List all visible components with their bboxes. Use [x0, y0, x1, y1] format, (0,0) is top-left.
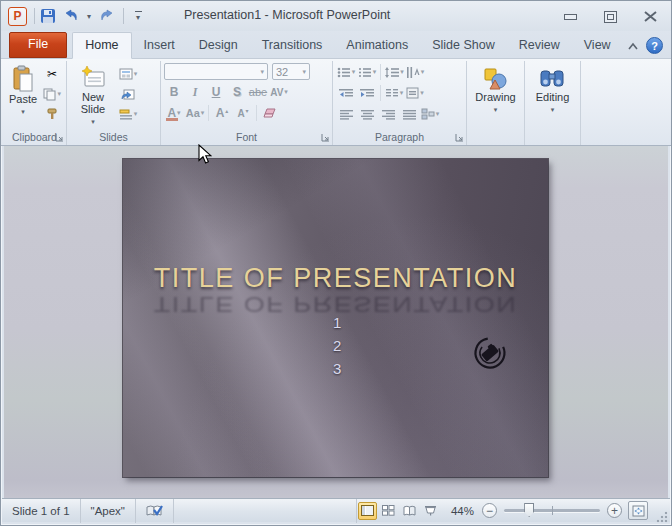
tab-design[interactable]: Design: [187, 33, 250, 58]
editing-button[interactable]: Editing ▾: [533, 63, 573, 130]
divider: [380, 85, 381, 101]
group-clipboard: Paste ▾ ✂ ▾: [3, 61, 67, 145]
align-right-button[interactable]: [378, 105, 398, 123]
reading-view-icon: [403, 505, 416, 516]
clear-formatting-button[interactable]: [260, 104, 280, 122]
tab-transitions[interactable]: Transitions: [250, 33, 335, 58]
bold-icon: B: [170, 85, 179, 99]
reset-icon: [121, 88, 135, 101]
help-button[interactable]: ?: [646, 37, 663, 54]
font-size-combobox[interactable]: 32 ▾: [272, 63, 310, 80]
fit-to-window-icon: [632, 505, 645, 517]
view-reading-button[interactable]: [400, 502, 419, 520]
theme-name[interactable]: "Apex": [81, 499, 136, 523]
chevron-down-icon: ▾: [551, 104, 555, 116]
tab-view[interactable]: View: [572, 33, 623, 58]
spell-check-button[interactable]: [136, 499, 174, 523]
tab-file[interactable]: File: [9, 32, 67, 58]
window-resize-grip[interactable]: [656, 511, 668, 523]
close-icon: [644, 11, 657, 22]
minimize-button[interactable]: [559, 9, 581, 24]
zoom-level[interactable]: 44%: [441, 505, 482, 517]
zoom-out-button[interactable]: −: [482, 503, 497, 518]
zoom-slider-midpoint: [552, 506, 553, 515]
view-slide-sorter-button[interactable]: [379, 502, 398, 520]
line-spacing-button[interactable]: ▾: [384, 63, 404, 81]
increase-font-size-button[interactable]: A ▴: [212, 104, 232, 122]
layout-button[interactable]: ▾: [118, 65, 138, 83]
text-shadow-button[interactable]: S: [227, 83, 247, 101]
character-spacing-button[interactable]: AV ▾: [269, 83, 289, 101]
new-slide-label: New Slide: [73, 91, 113, 115]
view-slide-show-button[interactable]: [421, 502, 440, 520]
tab-slide-show[interactable]: Slide Show: [420, 33, 507, 58]
reset-button[interactable]: [118, 85, 138, 103]
section-button[interactable]: ▾: [118, 105, 138, 123]
editing-label: Editing: [536, 91, 570, 103]
copy-icon: [43, 88, 56, 101]
zoom-in-button[interactable]: +: [607, 503, 622, 518]
numbering-button[interactable]: ▾: [357, 63, 377, 81]
tab-animations[interactable]: Animations: [334, 33, 420, 58]
increase-indent-button[interactable]: [357, 84, 377, 102]
clipboard-group-label: Clipboard: [12, 131, 57, 143]
chevron-down-icon: ▾: [494, 104, 498, 116]
font-name-combobox[interactable]: ▾: [164, 63, 268, 80]
clipboard-dialog-launcher[interactable]: [55, 133, 64, 142]
drawing-icon: [482, 65, 508, 91]
chevron-down-icon: ▾: [373, 68, 377, 76]
slide-title-text[interactable]: TITLE OF PRESENTATION: [123, 263, 548, 294]
convert-to-smartart-button[interactable]: ▾: [420, 105, 440, 123]
text-direction-button[interactable]: ▾: [405, 63, 425, 81]
paste-icon: [11, 65, 35, 93]
slide-logo-stamp[interactable]: [471, 334, 509, 372]
zoom-slider[interactable]: [504, 509, 600, 512]
underline-button[interactable]: U: [206, 83, 226, 101]
slide-counter[interactable]: Slide 1 of 1: [2, 499, 81, 523]
paragraph-dialog-launcher[interactable]: [455, 133, 464, 142]
change-case-button[interactable]: Aa ▾: [185, 104, 205, 122]
tab-review[interactable]: Review: [507, 33, 572, 58]
save-button[interactable]: [38, 6, 58, 26]
slide-canvas[interactable]: TITLE OF PRESENTATION TITLE OF PRESENTAT…: [123, 159, 548, 477]
font-dialog-launcher[interactable]: [321, 133, 330, 142]
strikethrough-button[interactable]: abe: [248, 83, 268, 101]
save-icon: [40, 8, 56, 24]
slides-group-label: Slides: [99, 131, 128, 143]
mouse-cursor: [198, 144, 212, 165]
chevron-down-icon: ▾: [400, 89, 404, 97]
customize-qat-dropdown[interactable]: ▾: [130, 7, 146, 25]
columns-button[interactable]: ▾: [384, 84, 404, 102]
view-normal-button[interactable]: [358, 502, 377, 520]
italic-button[interactable]: I: [185, 83, 205, 101]
align-text-button[interactable]: ▾: [405, 84, 425, 102]
zoom-slider-thumb[interactable]: [524, 503, 534, 517]
bullets-button[interactable]: ▾: [336, 63, 356, 81]
redo-button[interactable]: [97, 6, 117, 26]
align-left-button[interactable]: [336, 105, 356, 123]
chevron-down-icon: ▾: [91, 116, 95, 128]
format-painter-button[interactable]: [42, 105, 62, 123]
tab-insert[interactable]: Insert: [132, 33, 187, 58]
justify-button[interactable]: [399, 105, 419, 123]
minimize-ribbon-icon[interactable]: [627, 41, 639, 50]
align-center-button[interactable]: [357, 105, 377, 123]
close-button[interactable]: [639, 9, 661, 24]
bold-button[interactable]: B: [164, 83, 184, 101]
fit-slide-to-window-button[interactable]: [628, 501, 648, 520]
text-direction-icon: [406, 67, 420, 78]
slide-body-list[interactable]: 1 2 3: [333, 311, 341, 380]
cut-button[interactable]: ✂: [42, 65, 62, 83]
decrease-indent-button[interactable]: [336, 84, 356, 102]
decrease-font-size-button[interactable]: A ▾: [233, 104, 253, 122]
undo-button[interactable]: [61, 6, 81, 26]
font-color-button[interactable]: A ▾: [164, 104, 184, 122]
drawing-button[interactable]: Drawing ▾: [472, 63, 518, 130]
powerpoint-app-icon[interactable]: P: [8, 7, 27, 26]
undo-dropdown[interactable]: ▾: [84, 7, 94, 25]
paste-button[interactable]: Paste ▾: [6, 63, 40, 130]
new-slide-button[interactable]: New Slide ▾: [70, 63, 116, 130]
restore-button[interactable]: [599, 9, 621, 24]
tab-home[interactable]: Home: [72, 32, 131, 59]
copy-button[interactable]: ▾: [42, 85, 62, 103]
